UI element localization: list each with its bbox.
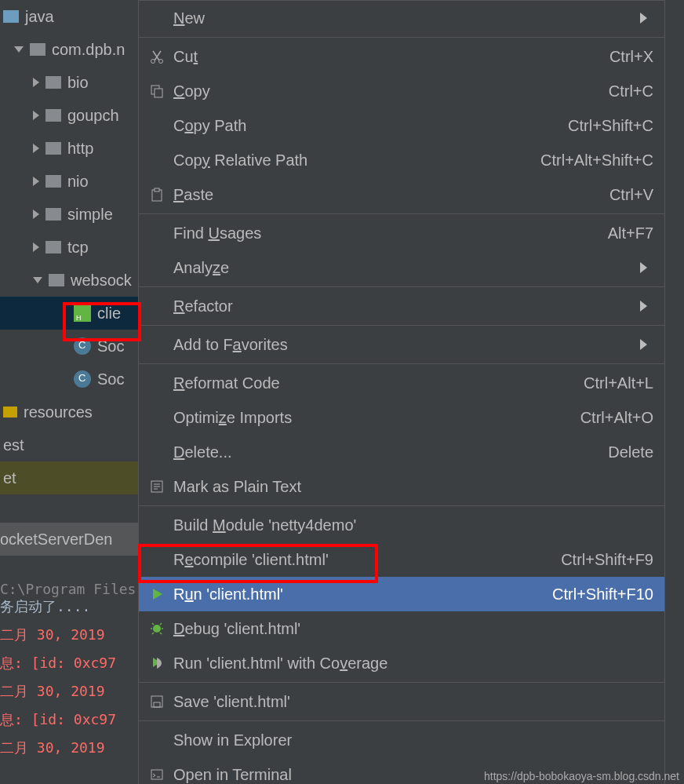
tree-label: resources (24, 403, 93, 421)
menu-copy-relative-path[interactable]: Copy Relative Path Ctrl+Alt+Shift+C (139, 143, 664, 177)
chevron-right-icon (33, 111, 39, 120)
menu-build-module[interactable]: Build Module 'netty4demo' (139, 508, 664, 542)
svg-rect-12 (151, 770, 162, 779)
run-coverage-icon (147, 656, 167, 670)
context-menu: New Cut Ctrl+X Copy Ctrl+C Copy Path Ctr… (138, 0, 665, 784)
save-icon (147, 695, 167, 709)
folder-icon (45, 208, 61, 221)
chevron-right-icon (33, 177, 39, 186)
watermark: https://dpb-bobokaoya-sm.blog.csdn.net (484, 770, 679, 782)
tree-label: est (3, 436, 24, 454)
console-line: 务启动了.... (0, 597, 141, 616)
tree-label: nio (67, 173, 89, 191)
tree-folder-simple[interactable]: simple (0, 198, 141, 231)
menu-shortcut: Delete (608, 443, 653, 461)
tree-folder-goupch[interactable]: goupch (0, 99, 141, 132)
tree-label: goupch (67, 107, 119, 125)
menu-separator (139, 363, 664, 364)
svg-marker-7 (153, 589, 162, 600)
tree-class-soc2[interactable]: Soc (0, 363, 141, 396)
tree-folder-websock[interactable]: websock (0, 264, 141, 297)
tree-folder-resources[interactable]: resources (0, 396, 141, 428)
menu-find-usages[interactable]: Find Usages Alt+F7 (139, 216, 664, 250)
folder-icon (45, 109, 61, 122)
tree-folder-http[interactable]: http (0, 132, 141, 165)
submenu-arrow-icon (640, 301, 647, 312)
console-line: 二月 30, 2019 (0, 682, 141, 701)
menu-new[interactable]: New (139, 1, 664, 35)
chevron-down-icon (33, 277, 42, 283)
tree-package[interactable]: com.dpb.n (0, 33, 141, 66)
tree-class-soc1[interactable]: Soc (0, 330, 141, 363)
menu-analyze[interactable]: Analyze (139, 250, 664, 285)
folder-icon (45, 142, 61, 155)
tree-label: com.dpb.n (52, 41, 125, 59)
folder-icon (3, 10, 19, 23)
menu-shortcut: Alt+F7 (608, 224, 653, 242)
svg-point-8 (153, 625, 161, 633)
menu-separator (139, 505, 664, 506)
menu-debug[interactable]: Debug 'client.html' (139, 611, 664, 646)
console-line: 二月 30, 2019 (0, 625, 141, 644)
paste-icon (147, 188, 167, 202)
tree-item-et[interactable]: et (0, 461, 141, 494)
terminal-icon (147, 768, 167, 782)
cut-icon (147, 49, 167, 64)
copy-icon (147, 84, 167, 98)
console-line: 二月 30, 2019 (0, 738, 141, 757)
class-icon (74, 370, 91, 388)
menu-run[interactable]: Run 'client.html' Ctrl+Shift+F10 (139, 577, 664, 611)
tree-label: clie (97, 304, 121, 323)
tree-folder-bio[interactable]: bio (0, 66, 141, 99)
menu-separator (139, 286, 664, 287)
chevron-right-icon (33, 242, 39, 252)
menu-delete[interactable]: Delete... Delete (139, 435, 664, 469)
tree-file-client-html[interactable]: clie (0, 297, 141, 330)
menu-label: Show in Explorer (173, 731, 664, 749)
menu-recompile[interactable]: Recompile 'client.html' Ctrl+Shift+F9 (139, 542, 664, 577)
menu-save[interactable]: Save 'client.html' (139, 684, 664, 719)
tree-folder-nio[interactable]: nio (0, 165, 141, 198)
class-icon (74, 337, 91, 355)
tree-label: Soc (97, 337, 124, 356)
menu-shortcut: Ctrl+C (609, 82, 653, 100)
svg-rect-11 (154, 702, 160, 707)
tree-folder-java[interactable]: java (0, 0, 141, 33)
tree-folder-tcp[interactable]: tcp (0, 231, 141, 264)
resources-icon (3, 407, 17, 418)
tree-item-est[interactable]: est (0, 428, 141, 461)
menu-separator (139, 37, 664, 38)
chevron-right-icon (33, 144, 39, 153)
folder-icon (30, 43, 45, 56)
menu-paste[interactable]: Paste Ctrl+V (139, 177, 664, 212)
menu-label: Save 'client.html' (173, 693, 664, 711)
menu-optimize-imports[interactable]: Optimize Imports Ctrl+Alt+O (139, 400, 664, 435)
tree-label: websock (71, 272, 132, 290)
tree-run-config[interactable]: ocketServerDen (0, 523, 141, 556)
menu-copy-path[interactable]: Copy Path Ctrl+Shift+C (139, 108, 664, 143)
menu-separator (139, 325, 664, 326)
menu-reformat[interactable]: Reformat Code Ctrl+Alt+L (139, 366, 664, 400)
tree-label: simple (67, 206, 113, 224)
menu-refactor[interactable]: Refactor (139, 289, 664, 323)
tree-label: Soc (97, 370, 124, 388)
menu-cut[interactable]: Cut Ctrl+X (139, 39, 664, 74)
menu-show-explorer[interactable]: Show in Explorer (139, 723, 664, 757)
menu-run-coverage[interactable]: Run 'client.html' with Coverage (139, 646, 664, 680)
menu-copy[interactable]: Copy Ctrl+C (139, 74, 664, 108)
menu-shortcut: Ctrl+Alt+O (580, 409, 653, 427)
submenu-arrow-icon (640, 339, 647, 350)
menu-shortcut: Ctrl+Shift+C (568, 117, 653, 135)
submenu-arrow-icon (640, 13, 647, 24)
console-output: C:\Program Files 务启动了.... 二月 30, 2019 息:… (0, 581, 141, 757)
chevron-down-icon (14, 46, 24, 53)
submenu-arrow-icon (640, 262, 647, 273)
menu-mark-plain[interactable]: Mark as Plain Text (139, 469, 664, 504)
folder-icon (45, 241, 61, 253)
folder-icon (45, 76, 61, 89)
menu-add-favorites[interactable]: Add to Favorites (139, 327, 664, 362)
tree-label: tcp (67, 239, 89, 257)
console-line: C:\Program Files (0, 581, 141, 597)
chevron-right-icon (33, 78, 39, 87)
chevron-right-icon (33, 210, 39, 219)
